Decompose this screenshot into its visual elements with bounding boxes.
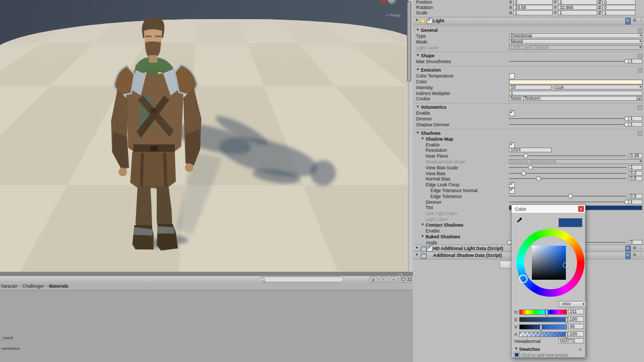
slider-value[interactable]: 1 (629, 200, 642, 204)
slider-value-input[interactable]: 211 (568, 309, 584, 314)
transform-field[interactable]: 0 (603, 0, 635, 5)
slider-thumb[interactable] (521, 171, 526, 176)
slider-thumb[interactable] (565, 317, 567, 323)
foldout-icon[interactable]: ▼ (421, 234, 424, 238)
close-icon[interactable]: × (578, 206, 584, 212)
scrollbar-thumb[interactable] (407, 1, 411, 82)
dropdown-mode[interactable]: Mixed▾ (509, 39, 642, 44)
project-item-nsmission[interactable]: nsmission (1, 346, 20, 351)
slider-value-input[interactable]: 45 (568, 324, 584, 329)
docs-icon[interactable] (625, 18, 631, 24)
transform-field[interactable]: 0 (513, 0, 553, 5)
foldout-icon[interactable]: ▼ (416, 28, 419, 31)
slider-value[interactable]: 0.5 (629, 194, 642, 199)
add-preset-row[interactable]: Click to add new preset (512, 352, 585, 357)
transform-field[interactable]: 1 (603, 10, 635, 15)
scene-view[interactable]: < Persp (0, 0, 408, 272)
slider-track-s[interactable] (519, 317, 567, 322)
scene-orientation-gizmo[interactable] (379, 0, 403, 14)
menu-icon[interactable]: ⋮ (639, 253, 643, 259)
color-mode-dropdown[interactable]: HSV ▾ (558, 301, 586, 307)
slider-value-input[interactable]: 100 (568, 316, 584, 322)
gear-icon[interactable]: ⚙ (633, 253, 637, 259)
slider-thumb[interactable] (546, 309, 548, 316)
slider-value[interactable]: 1 (629, 59, 642, 64)
saturation-value-box[interactable] (532, 246, 566, 280)
slider-thumb[interactable] (540, 324, 542, 331)
foldout-icon[interactable]: ▼ (415, 253, 419, 256)
docs-icon[interactable] (625, 253, 631, 259)
eyedropper-icon[interactable] (516, 217, 522, 223)
hex-input[interactable]: 003772 (558, 338, 584, 343)
slider-track-a[interactable] (519, 332, 567, 337)
section-options-icon[interactable] (638, 105, 642, 110)
light-component-header[interactable]: ▼ ✓ Light ⚙ ⋮ (413, 17, 644, 25)
slider-track-dimmer[interactable] (509, 118, 626, 119)
slider-value[interactable]: 1 (629, 165, 642, 170)
transform-field[interactable]: 32.866 (558, 5, 597, 10)
slider-value[interactable]: 1 (629, 122, 642, 127)
slider-thumb[interactable] (536, 176, 541, 181)
light-enabled-checkbox[interactable]: ✓ (427, 18, 433, 24)
hue-ring-thumb[interactable] (519, 274, 528, 283)
slider-thumb[interactable] (523, 153, 528, 158)
project-item-hood[interactable]: _hood (1, 335, 13, 340)
slider-track-normal-bias[interactable] (509, 178, 626, 179)
field-resolution[interactable]: 1024 (509, 148, 552, 152)
slider-value[interactable]: 0 (629, 240, 642, 245)
project-panel-options[interactable]: ▪▾ (399, 272, 403, 276)
color-swatch-color[interactable] (509, 80, 642, 84)
dropdown-type[interactable]: Directional▾ (509, 33, 642, 38)
gear-icon[interactable]: ⚙ (633, 18, 637, 24)
breadcrumb-item-materials[interactable]: Materials (49, 283, 69, 289)
foldout-icon[interactable]: ▼ (514, 347, 518, 350)
save-search-star-icon[interactable]: ★ (389, 277, 398, 282)
slider-track-dimmer[interactable] (509, 202, 626, 202)
perspective-label[interactable]: < Persp (386, 13, 401, 18)
breadcrumb-item-challenger[interactable]: Challenger (22, 283, 44, 289)
slider-value[interactable]: 0.2 (629, 171, 642, 176)
slider-track-view-bias[interactable] (509, 173, 626, 174)
slider-track-edge-tolerance[interactable] (509, 196, 626, 196)
section-options-icon[interactable] (638, 68, 642, 73)
foldout-icon[interactable]: ▼ (415, 246, 419, 249)
foldout-icon[interactable]: ▼ (416, 53, 419, 57)
slider-track-max-smoothness[interactable] (509, 61, 626, 62)
breadcrumb-item-haracter[interactable]: haracter (1, 283, 18, 289)
slider-track-v[interactable] (519, 324, 567, 330)
transform-field[interactable]: 1 (558, 10, 597, 15)
section-options-icon[interactable] (638, 54, 642, 58)
section-options-icon[interactable] (638, 28, 642, 33)
foldout-icon[interactable]: ▼ (416, 67, 419, 71)
field-indirect-multiplier[interactable]: 1 (509, 91, 642, 96)
transform-field[interactable]: 33.65 (513, 5, 553, 10)
slider-track-near-plane[interactable] (509, 156, 626, 156)
filter-by-type-icon[interactable]: ◧ (369, 277, 378, 282)
slider-value[interactable]: 0.48 (629, 153, 642, 158)
slider-thumb[interactable] (528, 165, 533, 170)
swatches-menu-icon[interactable]: ≡ (579, 347, 582, 352)
object-picker-icon[interactable] (637, 97, 642, 101)
project-content-area[interactable]: _hoodnsmission (0, 290, 413, 362)
swatches-header[interactable]: ▼ Swatches ≡ (512, 346, 585, 352)
slider-value-input[interactable]: 100 (568, 331, 584, 337)
foldout-icon[interactable]: ▼ (421, 222, 424, 226)
transform-field[interactable]: 2 (558, 0, 597, 5)
object-field-cookie[interactable]: None (Texture) (509, 96, 642, 101)
slider-track-h[interactable] (519, 309, 567, 315)
hidden-items-toggle[interactable]: 22 (400, 277, 413, 282)
transform-field[interactable]: 1 (513, 10, 553, 15)
filter-by-label-icon[interactable]: ✎ (379, 277, 388, 282)
slider-track-view-bias-scale[interactable] (509, 167, 626, 168)
sv-thumb[interactable] (563, 262, 569, 268)
foldout-icon[interactable]: ▼ (421, 136, 424, 140)
menu-icon[interactable]: ⋮ (639, 18, 643, 24)
slider-track-shadow-dimmer[interactable] (509, 124, 626, 125)
component-enabled-checkbox[interactable]: ✓ (427, 246, 433, 252)
foldout-icon[interactable]: ▼ (416, 105, 419, 108)
project-search-input[interactable] (259, 277, 344, 282)
field-intensity[interactable]: 10 (509, 85, 552, 90)
slider-thumb[interactable] (568, 194, 573, 199)
foldout-icon[interactable]: ▼ (416, 131, 419, 134)
foldout-icon[interactable]: ▼ (415, 18, 419, 22)
